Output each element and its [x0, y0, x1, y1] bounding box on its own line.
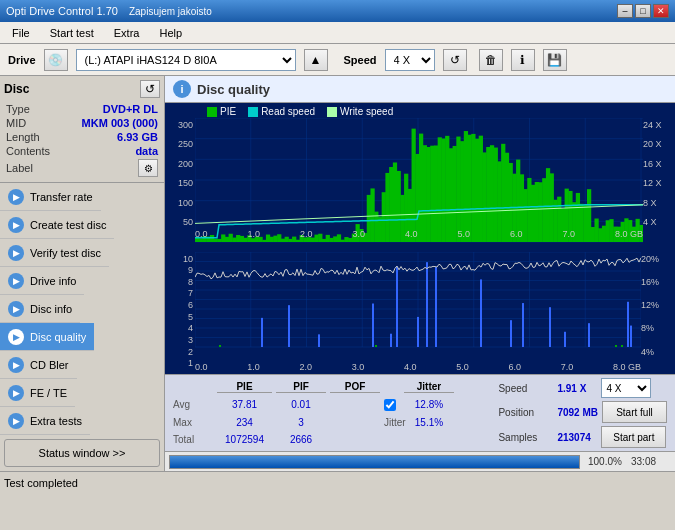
read-speed-color-swatch	[248, 107, 258, 117]
total-label: Total	[173, 434, 213, 445]
chart1-right-labels: 24 X 20 X 16 X 12 X 8 X 4 X	[643, 118, 673, 239]
pof-header: POF	[330, 381, 380, 393]
chart1-legend: PIE Read speed Write speed	[167, 105, 673, 118]
speed-row: Speed 1.91 X 4 X	[498, 378, 667, 398]
contents-value: data	[135, 145, 158, 157]
legend-read-speed: Read speed	[248, 106, 315, 117]
eject-button[interactable]: ▲	[304, 49, 328, 71]
max-jitter: 15.1%	[404, 417, 454, 428]
nav-create-test-disc[interactable]: ▶ Create test disc	[0, 211, 114, 239]
maximize-button[interactable]: □	[635, 4, 651, 18]
max-pie: 234	[217, 417, 272, 428]
position-value: 7092 MB	[557, 407, 598, 418]
create-disc-icon: ▶	[8, 217, 24, 233]
status-text: Test completed	[4, 477, 78, 489]
speed-label: Speed	[344, 54, 377, 66]
type-value: DVD+R DL	[103, 103, 158, 115]
samples-row: Samples 213074 Start part	[498, 426, 667, 448]
cd-bler-icon: ▶	[8, 357, 24, 373]
disc-title: Disc	[4, 82, 29, 96]
disc-refresh-button[interactable]: ↺	[140, 80, 160, 98]
menu-start-test[interactable]: Start test	[42, 25, 102, 41]
fe-te-icon: ▶	[8, 385, 24, 401]
nav-disc-quality[interactable]: ▶ Disc quality	[0, 323, 94, 351]
disc-quality-title: Disc quality	[197, 82, 270, 97]
verify-disc-icon: ▶	[8, 245, 24, 261]
info-button[interactable]: ℹ	[511, 49, 535, 71]
menu-help[interactable]: Help	[151, 25, 190, 41]
samples-value: 213074	[557, 432, 597, 443]
title-bar-controls: – □ ✕	[617, 4, 669, 18]
mid-value: MKM 003 (000)	[82, 117, 158, 129]
charts-container: PIE Read speed Write speed 300 250	[165, 103, 675, 374]
sidebar: Disc ↺ Type DVD+R DL MID MKM 003 (000) L…	[0, 76, 165, 471]
disc-quality-icon: ▶	[8, 329, 24, 345]
speed-select[interactable]: 4 X	[385, 49, 435, 71]
progress-time: 33:08	[631, 456, 671, 467]
nav-disc-info[interactable]: ▶ Disc info	[0, 295, 80, 323]
menu-bar: File Start test Extra Help	[0, 22, 675, 44]
jitter-checkbox[interactable]	[384, 399, 396, 411]
chart2-wrapper: 10 9 8 7 6 5 4 3 2 1 20% 16% 12% 8%	[167, 252, 673, 373]
extra-tests-icon: ▶	[8, 413, 24, 429]
start-part-button[interactable]: Start part	[601, 426, 666, 448]
close-button[interactable]: ✕	[653, 4, 669, 18]
progress-bar-outer	[169, 455, 580, 469]
chart2-canvas	[195, 252, 641, 359]
drive-label: Drive	[8, 54, 36, 66]
nav-verify-test-disc[interactable]: ▶ Verify test disc	[0, 239, 109, 267]
position-label: Position	[498, 407, 553, 418]
avg-label: Avg	[173, 399, 213, 410]
total-pif: 2666	[276, 434, 326, 445]
max-pif: 3	[276, 417, 326, 428]
drive-select[interactable]: (L:) ATAPI iHAS124 D 8I0A	[76, 49, 296, 71]
start-full-button[interactable]: Start full	[602, 401, 667, 423]
title-bar: Opti Drive Control 1.70 Zapisujem jakois…	[0, 0, 675, 22]
content-area: Disc ↺ Type DVD+R DL MID MKM 003 (000) L…	[0, 76, 675, 471]
speed-value: 1.91 X	[557, 383, 597, 394]
chart1-wrapper: 300 250 200 150 100 50 24 X 20 X 16 X 12…	[167, 118, 673, 239]
stats-table: PIE PIF POF Jitter Avg 37.81 0.01 12.8% …	[165, 374, 675, 451]
status-window-button[interactable]: Status window >>	[4, 439, 160, 467]
stats-right: Speed 1.91 X 4 X Position 7092 MB Start …	[498, 378, 667, 448]
title-bar-text: Opti Drive Control 1.70 Zapisujem jakois…	[6, 5, 212, 17]
save-button[interactable]: 💾	[543, 49, 567, 71]
nav-cd-bler[interactable]: ▶ CD Bler	[0, 351, 77, 379]
speed-label: Speed	[498, 383, 553, 394]
disc-quality-header: i Disc quality	[165, 76, 675, 103]
avg-pie: 37.81	[217, 399, 272, 410]
refresh-button[interactable]: ↺	[443, 49, 467, 71]
speed-select-small[interactable]: 4 X	[601, 378, 651, 398]
pie-color-swatch	[207, 107, 217, 117]
erase-button[interactable]: 🗑	[479, 49, 503, 71]
chart2-right-labels: 20% 16% 12% 8% 4%	[641, 252, 673, 373]
total-pie: 1072594	[217, 434, 272, 445]
progress-bar-container: 100.0% 33:08	[165, 451, 675, 471]
length-label: Length	[6, 131, 40, 143]
legend-pie: PIE	[207, 106, 236, 117]
chart1-x-labels: 0.0 1.0 2.0 3.0 4.0 5.0 6.0 7.0 8.0 GB	[195, 229, 643, 239]
drive-icon: 💿	[44, 49, 68, 71]
minimize-button[interactable]: –	[617, 4, 633, 18]
type-label: Type	[6, 103, 30, 115]
length-value: 6.93 GB	[117, 131, 158, 143]
pif-header: PIF	[276, 381, 326, 393]
disc-label-button[interactable]: ⚙	[138, 159, 158, 177]
samples-label: Samples	[498, 432, 553, 443]
write-speed-color-swatch	[327, 107, 337, 117]
position-row: Position 7092 MB Start full	[498, 401, 667, 423]
nav-extra-tests[interactable]: ▶ Extra tests	[0, 407, 90, 435]
nav-drive-info[interactable]: ▶ Drive info	[0, 267, 84, 295]
legend-write-speed: Write speed	[327, 106, 393, 117]
max-label: Max	[173, 417, 213, 428]
chart1-y-labels: 300 250 200 150 100 50	[167, 118, 195, 239]
avg-pif: 0.01	[276, 399, 326, 410]
progress-bar-inner	[170, 456, 579, 468]
nav-fe-te[interactable]: ▶ FE / TE	[0, 379, 75, 407]
nav-transfer-rate[interactable]: ▶ Transfer rate	[0, 183, 101, 211]
chart2-x-labels: 0.0 1.0 2.0 3.0 4.0 5.0 6.0 7.0 8.0 GB	[195, 362, 641, 372]
nav-list: ▶ Transfer rate ▶ Create test disc ▶ Ver…	[0, 183, 164, 435]
menu-file[interactable]: File	[4, 25, 38, 41]
chart2-y-labels: 10 9 8 7 6 5 4 3 2 1	[167, 252, 195, 373]
menu-extra[interactable]: Extra	[106, 25, 148, 41]
